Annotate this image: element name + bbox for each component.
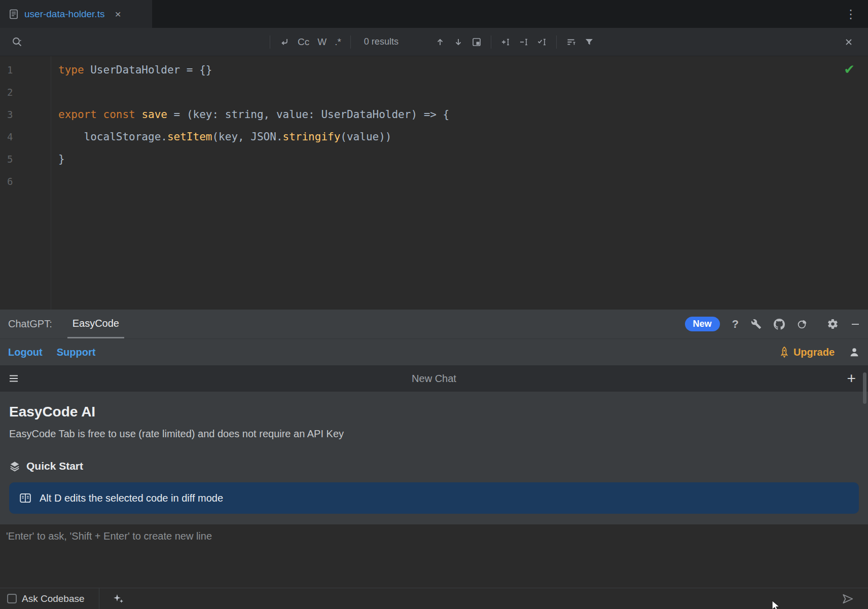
- minimize-icon[interactable]: [851, 320, 860, 329]
- code-line[interactable]: 6: [0, 170, 868, 193]
- account-right: Upgrade: [776, 346, 860, 359]
- account-bar: Logout Support Upgrade: [0, 338, 868, 365]
- help-icon[interactable]: ?: [732, 318, 739, 331]
- prompt-input[interactable]: [0, 524, 868, 588]
- code-line[interactable]: 1type UserDataHolder = {}: [0, 59, 868, 81]
- chat-scrollbar-thumb[interactable]: [863, 372, 866, 404]
- prompt-input-area: [0, 524, 868, 588]
- ask-codebase-checkbox[interactable]: [7, 594, 17, 603]
- divider: [556, 35, 557, 49]
- regex-toggle[interactable]: .*: [331, 33, 345, 51]
- rocket-icon: [779, 347, 789, 358]
- line-text: export const save = (key: string, value:…: [51, 103, 449, 126]
- usage-icon[interactable]: [797, 319, 808, 329]
- divider: [270, 35, 270, 49]
- new-chat-plus-icon[interactable]: +: [844, 370, 859, 387]
- line-number: 5: [0, 148, 51, 170]
- quick-start-heading: Quick Start: [9, 460, 859, 472]
- wrench-icon[interactable]: [751, 319, 762, 329]
- intro-subtitle: EasyCode Tab is free to use (rate limite…: [9, 428, 859, 440]
- code-line[interactable]: 4 localStorage.setItem(key, JSON.stringi…: [0, 126, 868, 148]
- whole-words-toggle[interactable]: W: [313, 33, 331, 51]
- new-badge[interactable]: New: [685, 317, 720, 331]
- quick-start-label: Quick Start: [26, 460, 83, 472]
- chat-toolbar: New Chat +: [0, 365, 868, 392]
- line-text: }: [51, 148, 65, 170]
- chat-content: EasyCode AI EasyCode Tab is free to use …: [0, 392, 868, 524]
- tab-title: user-data-holder.ts: [24, 9, 104, 20]
- search-results-count: 0 results: [364, 36, 399, 47]
- code-lines: 1type UserDataHolder = {}23export const …: [0, 59, 868, 193]
- newline-icon[interactable]: [275, 33, 294, 51]
- tab-user-data-holder[interactable]: user-data-holder.ts ×: [0, 0, 152, 28]
- hamburger-menu-icon[interactable]: [8, 373, 19, 384]
- quick-start-tip-text: Alt D edits the selected code in diff mo…: [40, 492, 223, 504]
- code-line[interactable]: 5}: [0, 148, 868, 170]
- search-icon[interactable]: [8, 33, 26, 51]
- code-line[interactable]: 2: [0, 81, 868, 103]
- divider: [99, 588, 99, 609]
- more-options-icon[interactable]: ⋮: [842, 7, 860, 22]
- upgrade-button[interactable]: Upgrade: [776, 346, 838, 359]
- sparkle-icon[interactable]: [113, 593, 125, 605]
- chat-panel-header: ChatGPT: EasyCode New ?: [0, 310, 868, 338]
- match-case-toggle[interactable]: Cc: [294, 33, 313, 51]
- select-all-occurrences-icon[interactable]: [533, 33, 551, 51]
- line-number: 4: [0, 126, 51, 148]
- line-text: localStorage.setItem(key, JSON.stringify…: [51, 126, 391, 148]
- line-number: 2: [0, 81, 51, 103]
- line-number: 6: [0, 170, 51, 193]
- filter-icon[interactable]: [580, 33, 598, 51]
- line-text: [51, 81, 58, 103]
- chatgpt-label: ChatGPT:: [8, 318, 52, 330]
- logout-link[interactable]: Logout: [8, 347, 43, 358]
- line-text: type UserDataHolder = {}: [51, 59, 212, 81]
- intro-title: EasyCode AI: [9, 404, 859, 420]
- inspections-ok-icon[interactable]: ✔: [841, 62, 858, 77]
- ide-window: user-data-holder.ts × ⋮ Cc W .* 0 result…: [0, 0, 868, 609]
- line-text: [51, 170, 58, 193]
- ask-codebase-label: Ask Codebase: [22, 593, 85, 604]
- line-number: 1: [0, 59, 51, 81]
- gutter-separator: [51, 56, 51, 310]
- open-results-icon[interactable]: [467, 33, 486, 51]
- line-number: 3: [0, 103, 51, 126]
- add-occurrence-icon[interactable]: [496, 33, 515, 51]
- user-icon[interactable]: [849, 347, 860, 358]
- chat-bottom-bar: Ask Codebase: [0, 588, 868, 609]
- tab-close-icon[interactable]: ×: [115, 9, 121, 19]
- chat-title: New Chat: [412, 373, 456, 385]
- close-search-icon[interactable]: [840, 33, 858, 51]
- tab-easycode[interactable]: EasyCode: [67, 310, 124, 338]
- support-link[interactable]: Support: [57, 347, 96, 358]
- gear-icon[interactable]: [827, 318, 839, 330]
- find-bar: Cc W .* 0 results: [0, 28, 868, 56]
- previous-occurrence-icon[interactable]: [431, 33, 449, 51]
- send-icon[interactable]: [842, 593, 854, 605]
- chat-header-icons: New ?: [685, 317, 860, 331]
- typescript-file-icon: [9, 9, 18, 19]
- upgrade-label: Upgrade: [793, 347, 835, 358]
- github-icon[interactable]: [774, 319, 785, 330]
- search-options-icon[interactable]: [562, 33, 580, 51]
- divider: [491, 35, 491, 49]
- next-occurrence-icon[interactable]: [449, 33, 467, 51]
- quick-start-tip-card: Alt D edits the selected code in diff mo…: [9, 482, 859, 514]
- divider: [350, 35, 351, 49]
- code-line[interactable]: 3export const save = (key: string, value…: [0, 103, 868, 126]
- remove-occurrence-icon[interactable]: [515, 33, 533, 51]
- search-input[interactable]: [26, 33, 265, 51]
- layers-icon: [9, 461, 20, 472]
- code-editor[interactable]: 1type UserDataHolder = {}23export const …: [0, 56, 868, 310]
- diff-mode-icon: [19, 492, 31, 504]
- editor-tab-bar: user-data-holder.ts × ⋮: [0, 0, 868, 28]
